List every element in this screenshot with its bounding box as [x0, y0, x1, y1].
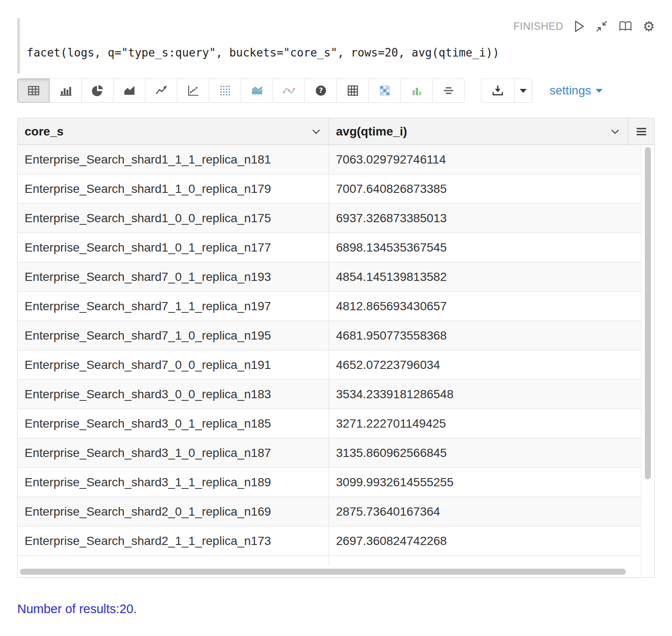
paragraph-settings-button[interactable]: ⚙ [643, 20, 655, 33]
scatter-chart-button[interactable] [177, 79, 209, 103]
settings-toggle[interactable]: settings [547, 83, 605, 98]
output-toggle-button[interactable] [619, 20, 632, 32]
table-row[interactable]: Enterprise_Search_shard7_1_1_replica_n19… [18, 292, 641, 321]
bar-chart-button[interactable] [49, 79, 82, 103]
chevron-down-icon [610, 129, 620, 135]
cell-core: Enterprise_Search_shard3_1_0_replica_n18… [18, 438, 329, 467]
rows-mount: Enterprise_Search_shard1_1_1_replica_n18… [18, 145, 641, 556]
line-chart-button[interactable] [145, 79, 177, 103]
cell-core: Enterprise_Search_shard1_0_0_replica_n17… [18, 204, 329, 233]
table-header-row: core_s avg(qtime_i) [18, 118, 654, 145]
table-row[interactable]: Enterprise_Search_shard2_0_1_replica_n16… [18, 497, 641, 526]
hamburger-menu-icon [635, 127, 647, 136]
scatter-chart-icon [187, 84, 200, 97]
colored-area-chart-icon [251, 84, 264, 97]
chevron-down-icon [596, 89, 603, 93]
help-button[interactable]: ? [305, 79, 337, 103]
horizontal-scrollbar-track [18, 566, 641, 577]
heatmap-button[interactable] [368, 79, 401, 103]
column-label: avg(qtime_i) [336, 125, 407, 139]
cell-core: Enterprise_Search_shard7_1_1_replica_n19… [18, 292, 329, 321]
results-table: core_s avg(qtime_i) Enterprise_Search_sh… [17, 118, 655, 578]
grid-table-icon [346, 84, 359, 97]
table-row[interactable]: Enterprise_Search_shard3_0_0_replica_n18… [18, 380, 641, 409]
table-rows-area: Enterprise_Search_shard1_1_1_replica_n18… [18, 145, 641, 577]
chart-type-group: ? [17, 79, 465, 103]
table-row[interactable]: Enterprise_Search_shard7_0_0_replica_n19… [18, 350, 641, 380]
cell-avg: 6937.326873385013 [329, 204, 641, 233]
cell-core: Enterprise_Search_shard1_0_1_replica_n17… [18, 233, 329, 262]
table-menu-button[interactable] [628, 118, 654, 145]
cell-core: Enterprise_Search_shard3_0_1_replica_n18… [18, 409, 329, 438]
cell-avg: 7007.640826873385 [329, 174, 641, 203]
cell-avg: 6898.134535367545 [329, 233, 641, 262]
dot-matrix-icon [219, 84, 232, 97]
question-circle-icon: ? [314, 84, 327, 97]
pie-chart-icon [91, 84, 104, 97]
heatmap-icon [378, 84, 391, 97]
column-header-core-s[interactable]: core_s [18, 118, 329, 145]
download-button[interactable] [481, 79, 515, 103]
table-row[interactable]: Enterprise_Search_shard3_0_1_replica_n18… [18, 409, 641, 438]
download-dropdown-button[interactable] [514, 79, 532, 103]
pie-chart-button[interactable] [81, 79, 113, 103]
area-chart-button[interactable] [113, 79, 145, 103]
results-count: Number of results:20. [17, 602, 655, 616]
cell-avg: 4652.07223796034 [329, 350, 641, 379]
table-row[interactable]: Enterprise_Search_shard7_0_1_replica_n19… [18, 262, 641, 292]
cell-core: Enterprise_Search_shard3_1_1_replica_n18… [18, 468, 329, 497]
run-button[interactable] [574, 20, 585, 33]
visualization-toolbar: ? settings [17, 79, 655, 103]
cell-core-empty [18, 556, 329, 566]
table-row[interactable]: Enterprise_Search_shard3_1_1_replica_n18… [18, 468, 641, 497]
cell-avg: 4681.950773558368 [329, 321, 641, 350]
vertical-scrollbar-track [641, 145, 654, 577]
vertical-scrollbar-thumb[interactable] [645, 147, 651, 479]
table-icon [27, 84, 40, 97]
cell-core: Enterprise_Search_shard2_0_1_replica_n16… [18, 497, 329, 526]
horizontal-scrollbar-thumb[interactable] [20, 569, 626, 575]
code-editor[interactable]: facet(logs, q="type_s:query", buckets="c… [27, 41, 655, 65]
column-label: core_s [25, 125, 63, 139]
settings-label: settings [550, 84, 591, 98]
align-center-icon [442, 84, 455, 97]
collapse-button[interactable] [595, 20, 608, 33]
paragraph-status: FINISHED [513, 20, 563, 32]
colored-bar-chart-icon [410, 84, 423, 97]
gear-icon: ⚙ [643, 20, 655, 33]
download-group [481, 79, 532, 103]
table-body: Enterprise_Search_shard1_1_1_replica_n18… [18, 145, 654, 577]
cell-avg-empty [329, 556, 641, 566]
cell-core: Enterprise_Search_shard3_0_0_replica_n18… [18, 380, 329, 409]
cell-core: Enterprise_Search_shard1_1_0_replica_n17… [18, 174, 329, 203]
table-row[interactable]: Enterprise_Search_shard2_1_1_replica_n17… [18, 526, 641, 556]
table-row[interactable]: Enterprise_Search_shard1_1_1_replica_n18… [18, 145, 641, 174]
cell-avg: 2875.73640167364 [329, 497, 641, 526]
cell-avg: 4854.145139813582 [329, 262, 641, 291]
line-chart-icon [155, 84, 168, 97]
cell-avg: 4812.865693430657 [329, 292, 641, 321]
table-view-button[interactable] [17, 79, 50, 103]
table-row[interactable]: Enterprise_Search_shard1_0_1_replica_n17… [18, 233, 641, 262]
table-row[interactable]: Enterprise_Search_shard3_1_0_replica_n18… [18, 438, 641, 468]
area-plugin-button[interactable] [241, 79, 273, 103]
svg-text:?: ? [319, 86, 323, 94]
align-button[interactable] [432, 79, 465, 103]
table-row[interactable]: Enterprise_Search_shard1_0_0_replica_n17… [18, 204, 641, 233]
cell-avg: 2697.360824742268 [329, 526, 641, 555]
dot-matrix-button[interactable] [209, 79, 241, 103]
pivot-table-button[interactable] [336, 79, 369, 103]
play-icon [574, 20, 585, 33]
cell-core: Enterprise_Search_shard7_0_1_replica_n19… [18, 262, 329, 291]
table-row[interactable]: Enterprise_Search_shard7_1_0_replica_n19… [18, 321, 641, 350]
cell-core: Enterprise_Search_shard2_1_1_replica_n17… [18, 526, 329, 555]
table-row[interactable]: Enterprise_Search_shard1_1_0_replica_n17… [18, 174, 641, 204]
chevron-down-icon [311, 129, 321, 135]
compress-icon [595, 20, 608, 33]
empty-row [18, 556, 641, 566]
chevron-down-icon [520, 89, 527, 93]
line-plugin-button[interactable] [273, 79, 305, 103]
column-header-avg-qtime[interactable]: avg(qtime_i) [329, 118, 628, 145]
cell-core: Enterprise_Search_shard1_1_1_replica_n18… [18, 145, 329, 174]
bar-plugin-button[interactable] [400, 79, 433, 103]
